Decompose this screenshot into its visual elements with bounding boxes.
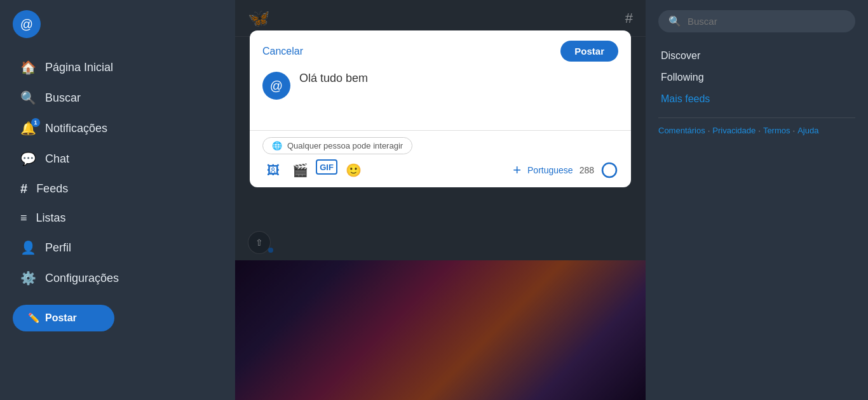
sidebar-item-home-label: Página Inicial xyxy=(45,61,113,74)
modal-post-button[interactable]: Postar xyxy=(560,41,618,62)
home-icon: 🏠 xyxy=(20,60,36,75)
image-icon: 🖼 xyxy=(267,163,280,178)
post-button-label: Postar xyxy=(45,312,77,324)
interaction-label: Qualquer pessoa pode interagir xyxy=(287,141,403,150)
sidebar-item-notifications[interactable]: 🔔 1 Notificações xyxy=(13,114,222,142)
notification-badge: 1 xyxy=(31,118,40,127)
post-text-input[interactable]: Olá tudo bem xyxy=(299,72,618,123)
avatar-icon: @ xyxy=(20,17,33,32)
svg-point-1 xyxy=(602,163,616,177)
sidebar-item-chat-label: Chat xyxy=(45,152,69,166)
footer-link-comentarios[interactable]: Comentários xyxy=(658,126,705,135)
lists-icon: ≡ xyxy=(20,211,27,225)
footer-sep-3: · xyxy=(793,126,796,135)
sidebar-item-chat[interactable]: 💬 Chat xyxy=(13,145,222,173)
bell-icon: 🔔 1 xyxy=(20,121,36,136)
discover-label: Discover xyxy=(661,50,700,61)
footer-link-privacidade[interactable]: Privacidade xyxy=(712,126,756,135)
search-box: 🔍 xyxy=(658,10,855,32)
char-progress-circle xyxy=(600,161,618,179)
toolbar-right: + Portuguese 288 xyxy=(513,161,618,179)
gear-icon: ⚙️ xyxy=(20,270,36,286)
main-content: 🦋 # ⇧ Cancelar Postar @ Olá tudo bem xyxy=(235,0,646,400)
sidebar-item-notifications-label: Notificações xyxy=(45,122,107,135)
sidebar-item-profile-label: Perfil xyxy=(45,241,71,255)
modal-overlay: Cancelar Postar @ Olá tudo bem 🌐 Qualque… xyxy=(235,0,646,400)
globe-icon: 🌐 xyxy=(272,141,282,150)
post-button[interactable]: ✏️ Postar xyxy=(13,305,114,331)
sidebar-item-search-label: Buscar xyxy=(45,91,81,105)
sidebar-item-settings-label: Configurações xyxy=(45,272,119,285)
compose-icon: ✏️ xyxy=(28,312,40,324)
interaction-setting-button[interactable]: 🌐 Qualquer pessoa pode interagir xyxy=(262,137,412,154)
language-button[interactable]: Portuguese xyxy=(527,165,573,175)
add-emoji-button[interactable]: 🙂 xyxy=(342,159,364,181)
footer-links: Comentários · Privacidade · Termos · Aju… xyxy=(658,126,855,135)
add-image-button[interactable]: 🖼 xyxy=(262,159,284,181)
emoji-icon: 🙂 xyxy=(346,163,362,178)
compose-modal: Cancelar Postar @ Olá tudo bem 🌐 Qualque… xyxy=(250,30,631,187)
sidebar-item-feeds[interactable]: # Feeds xyxy=(13,175,222,203)
modal-avatar-icon: @ xyxy=(270,79,283,93)
hash-nav-icon: # xyxy=(20,182,27,196)
profile-icon: 👤 xyxy=(20,240,36,255)
right-nav-mais-feeds[interactable]: Mais feeds xyxy=(658,88,855,110)
video-icon: 🎬 xyxy=(292,163,308,178)
following-label: Following xyxy=(661,72,704,83)
sidebar: @ 🏠 Página Inicial 🔍 Buscar 🔔 1 Notifica… xyxy=(0,0,235,400)
modal-body: @ Olá tudo bem xyxy=(250,67,631,130)
gif-icon: GIF xyxy=(320,163,334,172)
sidebar-item-lists[interactable]: ≡ Listas xyxy=(13,205,222,231)
char-count: 288 xyxy=(580,165,594,175)
search-icon-right: 🔍 xyxy=(668,15,681,27)
modal-header: Cancelar Postar xyxy=(250,30,631,67)
right-nav-discover[interactable]: Discover xyxy=(658,45,855,67)
cancel-button[interactable]: Cancelar xyxy=(262,46,303,57)
sidebar-item-settings[interactable]: ⚙️ Configurações xyxy=(13,264,222,292)
sidebar-item-lists-label: Listas xyxy=(36,211,66,225)
footer-link-ajuda[interactable]: Ajuda xyxy=(797,126,818,135)
avatar[interactable]: @ xyxy=(13,10,41,38)
modal-avatar: @ xyxy=(262,72,290,100)
right-divider xyxy=(658,117,855,118)
chat-icon: 💬 xyxy=(20,151,36,166)
toolbar-row: 🖼 🎬 GIF 🙂 + Portug xyxy=(262,159,618,181)
sidebar-item-home[interactable]: 🏠 Página Inicial xyxy=(13,53,222,81)
right-nav-following[interactable]: Following xyxy=(658,67,855,88)
footer-link-termos[interactable]: Termos xyxy=(763,126,790,135)
sidebar-item-feeds-label: Feeds xyxy=(36,182,68,196)
search-input[interactable] xyxy=(688,16,845,27)
right-sidebar: 🔍 Discover Following Mais feeds Comentár… xyxy=(646,0,868,400)
add-gif-button[interactable]: GIF xyxy=(316,159,337,175)
toolbar-icons: 🖼 🎬 GIF 🙂 xyxy=(262,159,364,181)
sidebar-item-search[interactable]: 🔍 Buscar xyxy=(13,84,222,112)
footer-sep-1: · xyxy=(708,126,710,135)
add-more-button[interactable]: + xyxy=(513,162,521,178)
sidebar-nav: 🏠 Página Inicial 🔍 Buscar 🔔 1 Notificaçõ… xyxy=(13,53,222,295)
mais-feeds-label: Mais feeds xyxy=(661,93,710,104)
add-video-button[interactable]: 🎬 xyxy=(289,159,311,181)
sidebar-item-profile[interactable]: 👤 Perfil xyxy=(13,234,222,262)
modal-footer: 🌐 Qualquer pessoa pode interagir 🖼 🎬 GIF xyxy=(250,130,631,187)
search-icon: 🔍 xyxy=(20,90,36,105)
footer-sep-2: · xyxy=(758,126,761,135)
